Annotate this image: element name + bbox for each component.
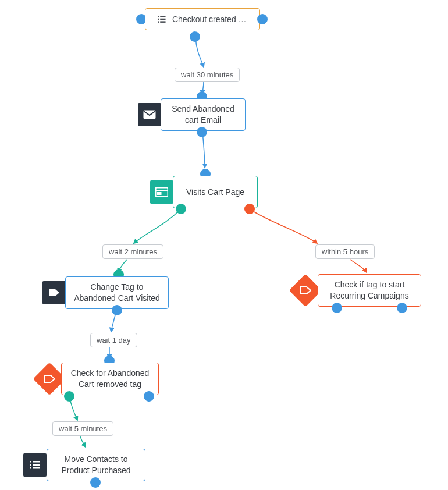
send-email-label: Send Abandoned cart Email: [168, 104, 238, 126]
port-bottom: [112, 305, 122, 315]
send-email-node[interactable]: Send Abandoned cart Email: [161, 98, 246, 131]
port-bottom: [197, 127, 207, 137]
svg-rect-14: [30, 467, 31, 469]
move-contacts-node[interactable]: Move Contacts to Product Purchased: [47, 449, 145, 481]
visits-cart-node[interactable]: Visits Cart Page: [173, 176, 258, 208]
wait-30m-label: wait 30 minutes: [181, 70, 233, 79]
svg-rect-3: [160, 19, 165, 20]
list-icon-badge: [23, 453, 47, 477]
trigger-node[interactable]: Checkout created …: [145, 8, 260, 30]
trigger-label: Checkout created …: [172, 14, 247, 25]
list-icon: [30, 461, 40, 469]
check-tag-icon: [300, 286, 311, 295]
list-icon: [158, 15, 166, 23]
svg-rect-2: [158, 19, 159, 20]
within-5h-pill[interactable]: within 5 hours: [315, 244, 375, 259]
port-out-right: [397, 303, 407, 313]
svg-rect-0: [158, 16, 159, 17]
wait-5m-pill[interactable]: wait 5 minutes: [52, 421, 113, 436]
port-bottom: [90, 477, 101, 488]
port-out-right: [144, 391, 154, 402]
check-recurring-label: Check if tag to start Recurring Campaign…: [325, 279, 414, 301]
check-recurring-node[interactable]: Check if tag to start Recurring Campaign…: [318, 274, 421, 307]
check-removed-label: Check for Abandoned Cart removed tag: [69, 368, 151, 390]
svg-rect-15: [33, 467, 40, 469]
port-right: [257, 14, 268, 24]
wait-1d-label: wait 1 day: [97, 336, 131, 345]
mail-icon: [143, 110, 156, 119]
svg-rect-9: [157, 192, 162, 195]
port-bottom: [190, 31, 200, 42]
tag-icon-badge: [42, 281, 66, 304]
within-5h-label: within 5 hours: [322, 247, 368, 256]
webpage-icon: [155, 187, 168, 197]
svg-rect-11: [33, 461, 40, 463]
wait-5m-label: wait 5 minutes: [59, 424, 107, 433]
change-tag-node[interactable]: Change Tag to Abandoned Cart Visited: [65, 276, 169, 309]
visits-cart-label: Visits Cart Page: [180, 187, 250, 198]
port-no: [244, 204, 255, 214]
wait-2m-label: wait 2 minutes: [109, 247, 157, 256]
port-yes: [64, 391, 74, 402]
svg-rect-12: [30, 464, 31, 466]
change-tag-label: Change Tag to Abandoned Cart Visited: [73, 282, 161, 304]
wait-30m-pill[interactable]: wait 30 minutes: [175, 68, 240, 82]
port-out-left: [332, 303, 342, 313]
svg-rect-5: [160, 21, 165, 23]
svg-rect-4: [158, 21, 159, 23]
check-tag-diamond: [38, 367, 61, 390]
wait-1d-pill[interactable]: wait 1 day: [90, 333, 137, 347]
tag-icon: [48, 288, 60, 297]
wait-2m-pill[interactable]: wait 2 minutes: [102, 244, 163, 259]
check-removed-node[interactable]: Check for Abandoned Cart removed tag: [61, 363, 159, 395]
check-tag-icon: [44, 374, 55, 384]
webpage-icon-badge: [150, 180, 173, 204]
move-contacts-label: Move Contacts to Product Purchased: [54, 454, 138, 476]
check-tag-diamond: [294, 279, 317, 302]
svg-rect-13: [33, 464, 40, 466]
svg-rect-10: [30, 461, 31, 463]
workflow-canvas[interactable]: Checkout created … wait 30 minutes Send …: [0, 0, 448, 490]
svg-rect-1: [160, 16, 165, 17]
mail-icon-badge: [138, 103, 161, 126]
port-yes: [176, 204, 186, 214]
